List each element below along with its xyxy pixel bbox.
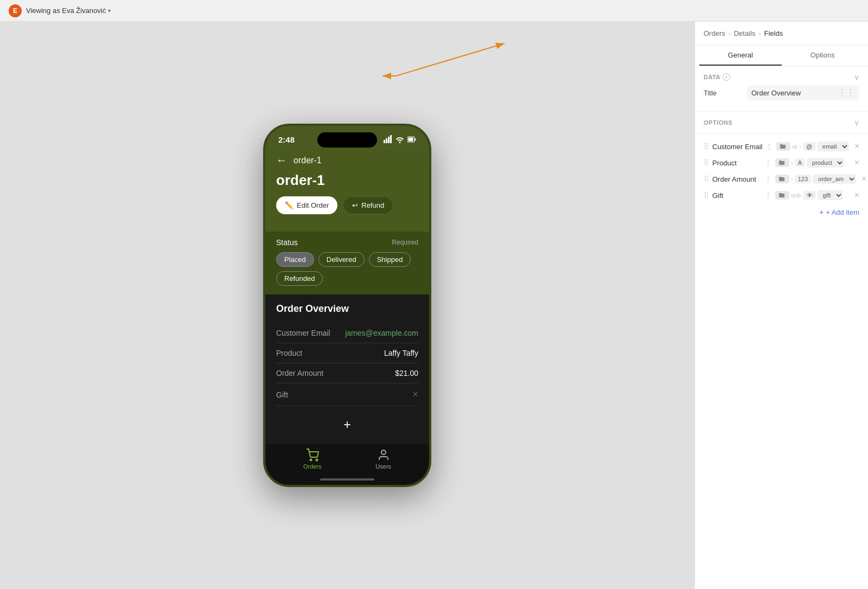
- drag-dots-icon: ⋮⋮: [838, 88, 855, 98]
- wifi-icon: [395, 135, 404, 144]
- drag-handle-icon[interactable]: ⠿: [704, 175, 709, 183]
- status-icons: [384, 135, 416, 144]
- back-button[interactable]: ←: [276, 154, 287, 167]
- add-item-label[interactable]: + Add item: [826, 208, 859, 216]
- orders-tab-label: Orders: [303, 463, 322, 470]
- svg-point-10: [310, 459, 311, 461]
- status-time: 2:48: [278, 135, 295, 144]
- edit-order-button[interactable]: ✏️ Edit Order: [276, 196, 337, 214]
- option-more-icon[interactable]: ⋮: [764, 191, 772, 200]
- option-more-icon[interactable]: ⋮: [764, 175, 772, 183]
- signal-icon: [384, 135, 392, 144]
- phone-nav: ← order-1: [276, 154, 418, 167]
- refund-button[interactable]: ↩ Refund: [343, 196, 393, 214]
- breadcrumb-orders[interactable]: Orders: [704, 29, 725, 37]
- option-label-product: Product: [712, 159, 761, 167]
- top-bar: E Viewing as Eva Živanović ▾: [0, 0, 868, 22]
- breadcrumb-sep-2: ›: [758, 30, 761, 37]
- svg-rect-4: [386, 138, 387, 143]
- data-section: DATA i ∨ Title Order Overview ⋮⋮: [695, 66, 868, 112]
- close-icon-order-amount[interactable]: ×: [861, 174, 866, 184]
- email-select[interactable]: email: [817, 142, 849, 151]
- users-tab-label: Users: [375, 463, 391, 470]
- overview-title: Order Overview: [276, 303, 418, 315]
- type-chip-a: A: [795, 158, 805, 167]
- data-section-header[interactable]: DATA i ∨: [704, 73, 859, 81]
- phone-actions: ✏️ Edit Order ↩ Refund: [276, 196, 418, 214]
- tab-options[interactable]: Options: [782, 46, 864, 66]
- order-overview: Order Overview Customer Email james@exam…: [265, 294, 429, 444]
- order-amount-select[interactable]: order_am: [813, 174, 856, 184]
- nav-title: order-1: [293, 156, 322, 165]
- option-chips-order-amount: › 123 order_am: [775, 174, 856, 184]
- right-panel: Orders › Details › Fields General Option…: [694, 22, 868, 589]
- option-row-product: ⠿ Product ⋮ › A product ×: [695, 155, 868, 171]
- svg-rect-8: [415, 138, 416, 140]
- option-more-icon[interactable]: ⋮: [764, 158, 772, 167]
- option-more-icon[interactable]: ⋮: [765, 142, 773, 151]
- home-indicator: [265, 476, 429, 485]
- chip-refunded[interactable]: Refunded: [276, 271, 323, 286]
- options-section: OPTIONS ∨: [695, 112, 868, 134]
- data-section-title: DATA i: [704, 73, 730, 81]
- title-data-row: Title Order Overview ⋮⋮: [704, 81, 859, 105]
- tab-orders[interactable]: Orders: [303, 449, 322, 470]
- close-icon-gift[interactable]: ×: [854, 190, 859, 200]
- svg-line-1: [396, 43, 505, 76]
- gt-icon: ord‹: [791, 192, 802, 199]
- dynamic-island: [317, 132, 377, 148]
- close-icon-email[interactable]: ×: [854, 142, 859, 151]
- svg-point-11: [316, 459, 317, 461]
- viewing-as-label: Viewing as Eva Živanović ▾: [26, 7, 111, 15]
- data-chevron-icon: ∨: [854, 73, 859, 81]
- field-label-gift: Gift: [276, 390, 288, 399]
- product-select[interactable]: product: [807, 158, 844, 168]
- field-value-product: Laffy Taffy: [384, 349, 418, 357]
- phone: 2:48: [263, 124, 431, 487]
- status-section: Status Required Placed Delivered Shipped…: [265, 232, 429, 294]
- breadcrumb-details[interactable]: Details: [734, 29, 756, 37]
- svg-rect-9: [409, 138, 413, 142]
- panel-tab-bar: General Options: [695, 46, 868, 66]
- breadcrumb-fields[interactable]: Fields: [764, 29, 783, 37]
- tab-users[interactable]: Users: [375, 449, 391, 470]
- orders-icon: [306, 449, 319, 462]
- phone-header: ← order-1 order-1 ✏️ Edit Order ↩ Refun: [265, 150, 429, 232]
- order-title: order-1: [276, 172, 418, 189]
- gift-select[interactable]: gift: [818, 190, 843, 200]
- folder-chip: [775, 191, 789, 200]
- close-icon-product[interactable]: ×: [854, 158, 859, 168]
- arrow-annotation: [380, 38, 521, 81]
- edit-icon: ✏️: [285, 201, 293, 209]
- status-required: Required: [392, 239, 418, 246]
- status-label: Status: [276, 238, 298, 247]
- status-header: Status Required: [276, 238, 418, 247]
- folder-icon: [780, 143, 786, 150]
- options-chevron-icon: ∨: [854, 118, 859, 127]
- gt-icon: ›: [791, 159, 793, 166]
- folder-chip: [775, 175, 789, 183]
- option-label-customer-email: Customer Email: [712, 143, 762, 151]
- folder-icon: [778, 159, 785, 166]
- add-item-row[interactable]: + + Add item: [695, 203, 868, 221]
- folder-icon: [778, 176, 785, 182]
- field-row-customer-email: Customer Email james@example.com: [276, 323, 418, 343]
- add-field-button[interactable]: +: [276, 406, 418, 443]
- drag-handle-icon[interactable]: ⠿: [704, 191, 709, 200]
- field-label-product: Product: [276, 349, 302, 357]
- drag-handle-icon[interactable]: ⠿: [704, 142, 709, 151]
- drag-handle-icon[interactable]: ⠿: [704, 158, 709, 167]
- tab-general[interactable]: General: [699, 46, 782, 66]
- refund-icon: ↩: [352, 201, 358, 209]
- chip-placed[interactable]: Placed: [276, 252, 314, 267]
- folder-chip: [775, 158, 789, 167]
- options-section-title: OPTIONS: [704, 119, 732, 126]
- option-chips-customer-email: or › @ email: [776, 142, 849, 151]
- options-section-header[interactable]: OPTIONS ∨: [704, 118, 859, 127]
- option-row-customer-email: ⠿ Customer Email ⋮ or › @ email: [695, 138, 868, 155]
- chip-shipped[interactable]: Shipped: [369, 252, 411, 267]
- chip-delivered[interactable]: Delivered: [318, 252, 365, 267]
- field-value-order-amount: $21.00: [395, 369, 418, 377]
- user-avatar[interactable]: E: [9, 4, 22, 17]
- svg-rect-3: [384, 140, 385, 143]
